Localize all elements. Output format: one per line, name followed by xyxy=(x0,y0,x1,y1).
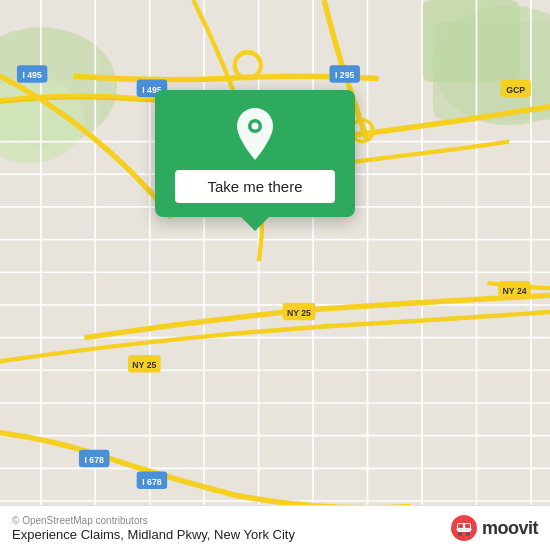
svg-text:NY 24: NY 24 xyxy=(503,286,527,296)
svg-text:GCP: GCP xyxy=(506,85,525,95)
bottom-info: © OpenStreetMap contributors Experience … xyxy=(12,515,295,542)
bottom-bar: © OpenStreetMap contributors Experience … xyxy=(0,505,550,550)
map-background: I 495 I 495 I 295 GCP GCP NY 25 NY 25 NY… xyxy=(0,0,550,550)
svg-rect-54 xyxy=(458,524,463,528)
moovit-bus-icon xyxy=(450,514,478,542)
svg-text:I 495: I 495 xyxy=(22,70,42,80)
map-attribution: © OpenStreetMap contributors xyxy=(12,515,295,526)
svg-rect-55 xyxy=(465,524,470,528)
map-container: I 495 I 495 I 295 GCP GCP NY 25 NY 25 NY… xyxy=(0,0,550,550)
location-label: Experience Claims, Midland Pkwy, New Yor… xyxy=(12,527,295,542)
moovit-logo: moovit xyxy=(450,514,538,542)
svg-point-57 xyxy=(458,532,462,536)
moovit-brand-text: moovit xyxy=(482,518,538,539)
take-me-there-button[interactable]: Take me there xyxy=(175,170,335,203)
svg-rect-5 xyxy=(422,0,520,82)
svg-text:I 295: I 295 xyxy=(335,70,355,80)
location-icon-wrap xyxy=(229,108,281,160)
svg-point-58 xyxy=(466,532,470,536)
location-pin-icon xyxy=(231,106,279,162)
svg-text:I 678: I 678 xyxy=(142,477,162,487)
svg-rect-56 xyxy=(456,529,472,530)
popup-card: Take me there xyxy=(155,90,355,217)
svg-text:NY 25: NY 25 xyxy=(132,360,156,370)
svg-text:I 678: I 678 xyxy=(85,455,105,465)
svg-point-51 xyxy=(252,123,259,130)
svg-text:NY 25: NY 25 xyxy=(287,308,311,318)
